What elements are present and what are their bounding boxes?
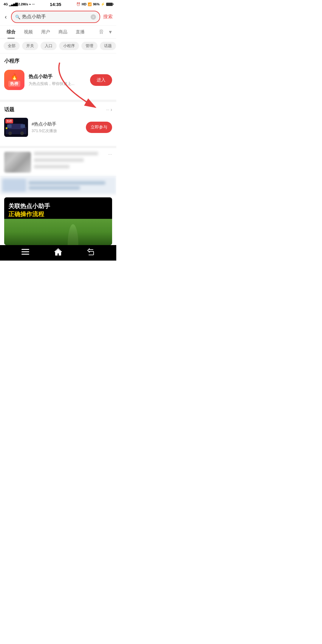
app-icon-inner: 🔥 热榜 [8,73,20,87]
app-desc: 为热点投稿，帮你快速上... [29,81,86,86]
video-title-line1: 关联热点小助手 [8,202,50,210]
clear-icon: × [92,15,94,19]
enter-button[interactable]: 进入 [90,74,112,86]
mini-program-section: 小程序 🔥 热榜 热点小助手 为热点投稿，帮你快速上... 进入 [0,53,116,97]
search-button[interactable]: 搜索 [103,14,113,20]
dots: ··· [32,2,35,6]
topic-name: #热点小助手 [32,121,82,127]
topic-plays: 371.5亿次播放 [32,128,82,134]
flame-icon: 🔥 [11,73,18,80]
tab-music-icon[interactable]: 音 [99,29,104,35]
search-icon: 🔍 [15,15,20,19]
filter-chip-管理[interactable]: 管理 [81,42,97,50]
content-card-1: ··· [0,148,116,177]
nav-home-icon[interactable] [49,246,67,260]
content-meta-1 [34,152,105,168]
filter-chip-话题[interactable]: 话题 [100,42,116,50]
filter-chip-开关[interactable]: 开关 [22,42,38,50]
topic-info: #热点小助手 371.5亿次播放 [32,121,82,134]
filter-chip-全部[interactable]: 全部 [4,42,20,50]
video-title-line2: 正确操作流程 [8,210,50,218]
tab-bar: 综合 视频 用户 商品 直播 音 ▼ [0,26,116,39]
topic-section-title: 话题 [4,106,106,113]
app-info: 热点小助手 为热点投稿，帮你快速上... [29,74,86,86]
app-icon: 🔥 热榜 [4,70,24,90]
hot-badge: 热榜 [8,81,20,87]
battery-icon [106,3,113,6]
search-header: ‹ 🔍 热点小助手 × 搜索 [0,8,116,26]
tab-直播[interactable]: 直播 [72,26,89,38]
divider-1 [0,100,116,102]
alarm-icon: ⏰ [76,2,80,6]
content-card-header-1: ··· [4,152,112,173]
tab-综合[interactable]: 综合 [2,26,20,38]
video-text-overlay: 关联热点小助手 正确操作流程 [8,202,50,218]
topic-next-icon[interactable]: › [111,107,112,112]
wifi-icon: 📶 [88,2,92,6]
svg-rect-9 [21,249,29,250]
status-bar: 4G ▁▃▅▇ 2.2M/s ⌁ ··· 14:35 ⏰ HD 📶 96% ⚡ [0,0,116,8]
search-input-text[interactable]: 热点小助手 [22,14,89,20]
tab-filter-icon[interactable]: ▼ [108,30,113,35]
network-signal: 4G [4,2,8,6]
signal-bars: ▁▃▅▇ [9,2,17,6]
content-card-2 [0,177,116,194]
video-thumbnail: 关联热点小助手 正确操作流程 [4,197,112,245]
topic-thumbnail: 热榜 [4,118,28,137]
filter-chip-小程序[interactable]: 小程序 [59,42,79,50]
tab-extra-icons: 音 ▼ [99,29,114,35]
nav-menu-icon[interactable] [17,247,34,259]
search-clear-button[interactable]: × [91,14,96,20]
content-more-icon-1[interactable]: ··· [108,152,112,157]
status-right: ⏰ HD 📶 96% ⚡ [76,2,113,6]
content-section: ··· 关联热点小助手 正确操作流程 [0,148,116,245]
back-icon-svg [87,248,95,256]
topic-card: 热榜 #热点小助手 371.5亿次播放 立即参与 [0,115,116,139]
svg-rect-11 [21,254,29,255]
lightning-icon: ⚡ [101,2,105,6]
svg-rect-6 [7,124,12,128]
status-left: 4G ▁▃▅▇ 2.2M/s ⌁ ··· [4,2,35,6]
video-card: 关联热点小助手 正确操作流程 [0,194,116,245]
topic-section: 话题 ··· › 热榜 #热点小助手 371.5 [0,102,116,143]
menu-icon-svg [21,249,29,255]
hot-list-badge: 热榜 [5,119,13,123]
mini-program-section-title: 小程序 [0,53,116,67]
topic-more-icon[interactable]: ··· [106,107,109,112]
svg-rect-7 [21,124,25,128]
svg-point-4 [8,131,12,135]
usb-icon: ⌁ [29,2,31,6]
nav-back-icon[interactable] [82,246,100,260]
battery-percent: 96% [93,2,100,6]
nature-bg [4,219,112,245]
app-card: 🔥 热榜 热点小助手 为热点投稿，帮你快速上... 进入 [0,67,116,93]
tab-用户[interactable]: 用户 [37,26,54,38]
filter-bar: 全部 开关 入口 小程序 管理 话题 [0,39,116,53]
svg-point-5 [20,131,24,135]
content-thumb-1 [4,152,31,173]
home-icon-svg [54,248,62,256]
participate-button[interactable]: 立即参与 [86,122,112,133]
topic-header: 话题 ··· › [0,102,116,115]
app-name: 热点小助手 [29,74,86,80]
svg-point-8 [6,127,7,129]
divider-2 [0,146,116,148]
hd-label: HD [82,2,86,6]
search-box: 🔍 热点小助手 × [11,11,100,23]
svg-rect-10 [21,251,29,252]
tab-视频[interactable]: 视频 [20,26,37,38]
back-button[interactable]: ‹ [4,13,8,20]
bottom-nav [0,245,116,261]
network-speed: 2.2M/s [18,2,28,6]
tab-商品[interactable]: 商品 [54,26,72,38]
status-time: 14:35 [50,2,61,7]
filter-chip-入口[interactable]: 入口 [41,42,57,50]
